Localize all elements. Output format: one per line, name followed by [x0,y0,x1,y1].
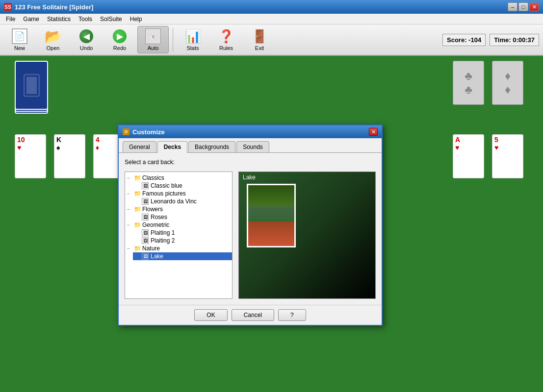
folder-icon-famous: 📁 [134,190,141,197]
leaf-icon-lake: 🖼 [142,253,149,260]
tree-item-classics: Classics [142,174,164,181]
card-col-1[interactable]: 10♥ [15,134,46,178]
stats-label: Stats [186,45,199,51]
tree-leaf-plaiting1[interactable]: 🖼 Plaiting 1 [133,229,232,237]
leaf-icon-plaiting2: 🖼 [142,237,149,244]
tree-item-davinci: Leonardo da Vinc [151,198,197,205]
score-value: -104 [468,36,481,44]
dialog-icon: ⚙ [123,128,129,135]
exit-icon: 🚪 [252,28,267,44]
card-right-2[interactable]: 5♥ [492,134,523,178]
help-button[interactable]: ? [278,309,306,321]
auto-label: Auto [148,45,159,51]
tree-leaf-roses[interactable]: 🖼 Roses [133,213,232,221]
dialog-body: Select a card back: − 📁 Classics [119,153,382,305]
tree-folder-classics[interactable]: − 📁 Classics [125,174,232,182]
score-area: Score: -104 Time: 0:00:37 [442,34,539,46]
menu-game[interactable]: Game [19,15,43,24]
tab-sounds[interactable]: Sounds [236,141,269,152]
folder-icon-nature: 📁 [134,245,141,252]
menu-help[interactable]: Help [126,15,146,24]
tab-backgrounds[interactable]: Backgrounds [188,141,235,152]
tree-item-lake: Lake [151,253,163,260]
tree-folder-geometric[interactable]: − 📁 Geometric [125,221,232,229]
game-area[interactable]: 🂠 10♥ K♠ 4♦ A♥ 5♥ ♣♣ ♦♦ ⚙ Customize ✕ G [0,56,543,392]
open-label: Open [47,45,60,51]
open-icon: 📂 [45,28,61,44]
card-stack-main[interactable]: 🂠 [15,61,50,115]
tree-item-plaiting2: Plaiting 2 [151,237,175,244]
leaf-icon-davinci: 🖼 [142,198,149,205]
stats-button[interactable]: 📊 Stats [177,26,208,53]
time-display: Time: 0:00:37 [490,34,539,46]
open-button[interactable]: 📂 Open [37,26,69,53]
leaf-icon-plaiting1: 🖼 [142,229,149,236]
cancel-button[interactable]: Cancel [232,309,274,321]
tree-leaf-lake[interactable]: 🖼 Lake [133,252,232,260]
dialog-close-button[interactable]: ✕ [369,128,378,136]
menu-solsuite[interactable]: SolSuite [96,15,126,24]
card-col-2[interactable]: K♠ [54,134,85,178]
expand-nature[interactable]: − [127,246,133,251]
leaf-icon-roses: 🖼 [142,214,149,220]
rules-button[interactable]: ❓ Rules [210,26,242,53]
toolbar: 📄 New 📂 Open ◀ Undo ▶ Redo 🃏 Auto 📊 Stat… [0,24,543,56]
redo-icon: ▶ [112,28,128,44]
leaf-icon-classicblue: 🖼 [142,182,149,189]
exit-button[interactable]: 🚪 Exit [244,26,275,53]
select-label: Select a card back: [125,159,376,166]
tree-view[interactable]: − 📁 Classics 🖼 Classic blue [125,172,233,299]
auto-button[interactable]: 🃏 Auto [137,26,169,53]
new-icon: 📄 [12,28,27,44]
ok-button[interactable]: OK [194,309,227,321]
minimize-button[interactable]: – [508,2,517,11]
redo-label: Redo [113,45,126,51]
tree-item-nature: Nature [142,245,160,252]
folder-icon-classics: 📁 [134,174,141,181]
tree-item-roses: Roses [151,214,167,220]
tree-folder-famous[interactable]: − 📁 Famous pictures [125,190,232,197]
preview-panel: Lake [238,172,376,299]
tree-folder-nature[interactable]: − 📁 Nature [125,245,232,252]
exit-label: Exit [255,45,264,51]
time-label: Time: [494,36,511,44]
rules-label: Rules [219,45,233,51]
tab-general[interactable]: General [123,141,156,152]
close-button[interactable]: ✕ [529,2,539,11]
window-title: 123 Free Solitaire [Spider] [15,3,93,11]
tab-bar: General Decks Backgrounds Sounds [119,138,382,153]
dialog-main: − 📁 Classics 🖼 Classic blue [125,172,376,299]
undo-button[interactable]: ◀ Undo [71,26,102,53]
tree-item-classicblue: Classic blue [151,182,182,189]
app-icon: SS [4,3,12,11]
tree-item-flowers: Flowers [142,206,163,213]
preview-image [247,184,296,247]
maximize-button[interactable]: □ [518,2,528,11]
expand-geometric[interactable]: − [127,222,133,228]
customize-dialog: ⚙ Customize ✕ General Decks Backgrounds … [118,124,383,326]
card-top-right-2[interactable]: ♦♦ [492,61,523,105]
folder-icon-geometric: 📁 [134,221,141,228]
tree-leaf-classicblue[interactable]: 🖼 Classic blue [133,182,232,190]
expand-famous[interactable]: − [127,191,133,196]
expand-classics[interactable]: − [127,175,133,181]
tab-decks[interactable]: Decks [157,141,187,153]
score-label: Score: [447,36,466,44]
menu-statistics[interactable]: Statistics [43,15,75,24]
redo-button[interactable]: ▶ Redo [104,26,135,53]
expand-flowers[interactable]: − [127,207,133,212]
new-label: New [14,45,25,51]
menu-bar: File Game Statistics Tools SolSuite Help [0,14,543,24]
tree-leaf-davinci[interactable]: 🖼 Leonardo da Vinc [133,197,232,205]
tree-leaf-plaiting2[interactable]: 🖼 Plaiting 2 [133,237,232,245]
new-button[interactable]: 📄 New [4,26,35,53]
tree-folder-flowers[interactable]: − 📁 Flowers [125,205,232,213]
card-right-1[interactable]: A♥ [453,134,484,178]
tree-item-geometric: Geometric [142,221,169,228]
time-value: 0:00:37 [513,36,535,44]
menu-file[interactable]: File [2,15,19,24]
window-controls: – □ ✕ [508,2,539,11]
card-top-right-1[interactable]: ♣♣ [453,61,484,105]
tree-item-famous: Famous pictures [142,190,186,197]
menu-tools[interactable]: Tools [75,15,96,24]
